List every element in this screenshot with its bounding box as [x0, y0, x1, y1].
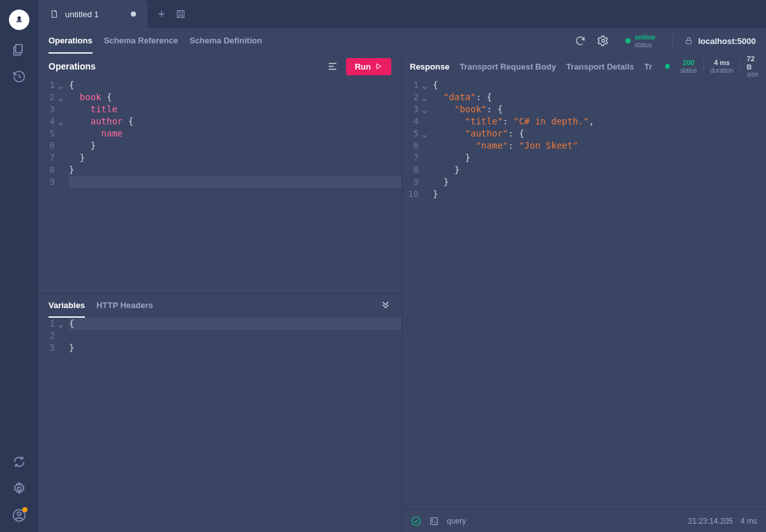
check-icon: [411, 516, 421, 526]
duration-stat: 4 ms duration: [710, 59, 733, 73]
variables-editor[interactable]: 123 {}: [38, 318, 402, 532]
svg-point-5: [17, 512, 21, 516]
tab-title: untitled 1: [65, 10, 99, 19]
query-label: query: [447, 517, 466, 526]
status-code-stat: 200 status: [680, 59, 697, 73]
svg-rect-8: [686, 40, 691, 43]
sidebar-rail: [0, 0, 38, 532]
svg-rect-6: [177, 11, 184, 18]
operations-panel: Operations Run 123456789 { book { title …: [38, 54, 402, 532]
status-dot-icon: [626, 38, 631, 43]
app-logo: [9, 10, 29, 30]
response-active-dot: [665, 64, 670, 69]
status-sublabel: status: [635, 41, 655, 48]
reload-schema-icon[interactable]: [574, 35, 586, 47]
query-type-icon: [429, 516, 439, 526]
toolbar-tab-schema-reference[interactable]: Schema Reference: [104, 29, 178, 54]
refresh-icon[interactable]: [12, 455, 26, 469]
response-tab-transport-details[interactable]: Transport Details: [566, 62, 634, 71]
variables-tabs: VariablesHTTP Headers: [38, 293, 402, 318]
svg-rect-1: [16, 21, 22, 22]
response-duration: 4 ms: [740, 517, 757, 526]
toolbar: OperationsSchema ReferenceSchema Definit…: [38, 28, 766, 54]
history-icon[interactable]: [12, 70, 26, 84]
endpoint-text: localhost:5000: [698, 36, 756, 46]
document-tab[interactable]: untitled 1: [38, 0, 147, 28]
lock-icon: [684, 36, 693, 45]
status-label: online: [635, 33, 655, 41]
settings-icon[interactable]: [12, 482, 26, 496]
svg-point-9: [412, 517, 420, 525]
new-tab-icon[interactable]: [156, 9, 167, 19]
save-icon[interactable]: [176, 9, 186, 19]
collapse-icon[interactable]: [380, 300, 391, 312]
documents-icon[interactable]: [12, 43, 26, 57]
run-label: Run: [355, 62, 371, 71]
variables-tab-variables[interactable]: Variables: [49, 294, 85, 318]
divider: [672, 34, 673, 48]
toolbar-tab-schema-definition[interactable]: Schema Definition: [190, 29, 262, 54]
main-area: untitled 1 OperationsSchema ReferenceSch…: [38, 0, 766, 532]
svg-rect-2: [16, 45, 22, 53]
response-viewer[interactable]: 12345678910 { "data": { "book": { "title…: [402, 79, 766, 509]
operations-editor[interactable]: 123456789 { book { title author { name }…: [38, 79, 402, 293]
connection-status: online status: [620, 33, 660, 48]
response-panel: ResponseTransport Request BodyTransport …: [402, 54, 766, 532]
operations-title: Operations: [49, 61, 96, 71]
response-tabs: ResponseTransport Request BodyTransport …: [402, 54, 766, 79]
variables-tab-http-headers[interactable]: HTTP Headers: [96, 294, 153, 318]
response-tab-transp[interactable]: Transp: [644, 62, 652, 71]
run-button[interactable]: Run: [346, 58, 391, 75]
toolbar-tab-operations[interactable]: Operations: [49, 29, 93, 54]
endpoint-display[interactable]: localhost:5000: [684, 36, 756, 46]
modified-dot: [131, 11, 136, 17]
toolbar-tabs: OperationsSchema ReferenceSchema Definit…: [49, 29, 262, 54]
document-icon: [50, 10, 59, 18]
settings-gear-icon[interactable]: [597, 35, 609, 47]
tabstrip: untitled 1: [38, 0, 766, 28]
response-tab-transport-request-body[interactable]: Transport Request Body: [460, 62, 556, 71]
response-timestamp: 21:23:14.205: [688, 517, 733, 526]
format-icon[interactable]: [327, 61, 338, 72]
size-stat: 72 B size: [747, 55, 758, 77]
svg-point-7: [602, 40, 605, 43]
workspace: Operations Run 123456789 { book { title …: [38, 54, 766, 532]
response-tab-response[interactable]: Response: [410, 62, 449, 71]
play-icon: [375, 63, 382, 70]
account-icon[interactable]: [12, 508, 26, 522]
response-footer: query 21:23:14.205 4 ms: [402, 509, 766, 532]
notification-dot: [22, 507, 27, 512]
svg-point-3: [17, 487, 21, 491]
